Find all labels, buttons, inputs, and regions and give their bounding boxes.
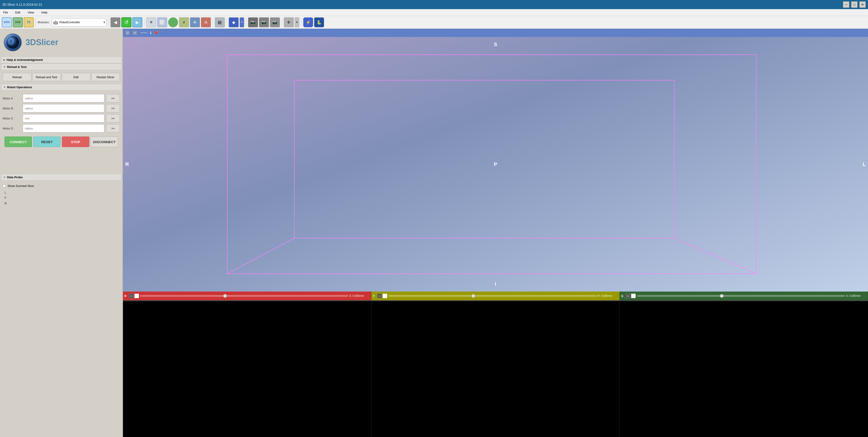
save-button[interactable]: 💾 bbox=[24, 17, 34, 27]
menu-help[interactable]: Help bbox=[40, 10, 49, 14]
slice-bar-y: Y ⇔ R: 0.000mm bbox=[371, 292, 620, 300]
list-view-btn[interactable]: ≡ bbox=[146, 17, 156, 27]
stop-button[interactable]: STOP bbox=[62, 137, 89, 147]
help-arrow-icon: ▶ bbox=[3, 59, 5, 61]
svg-rect-4 bbox=[294, 80, 674, 238]
camera2-btn[interactable]: 📷 bbox=[259, 17, 269, 27]
edit-button[interactable]: Edit bbox=[62, 73, 90, 81]
view-header-icon1[interactable]: ⊡ bbox=[125, 30, 130, 35]
probe-l: L bbox=[5, 190, 118, 195]
mini-panel-header-2 bbox=[371, 300, 620, 301]
motor-c-row: Motor C >> bbox=[3, 114, 120, 122]
minimize-button[interactable]: ─ bbox=[843, 1, 849, 8]
motor-d-button[interactable]: >> bbox=[106, 124, 120, 133]
reload-buttons-row: Reload Reload and Test Edit Restart Slic… bbox=[3, 73, 120, 81]
main-layout: 3DSlicer ▶ Help & Acknowledgement ▼ Relo… bbox=[0, 29, 868, 437]
crosshair-btn[interactable]: ✛ bbox=[190, 17, 200, 27]
window-controls: ─ □ ✕ bbox=[843, 1, 866, 8]
dcm-button[interactable]: DCM bbox=[13, 17, 23, 27]
data-probe-section-header[interactable]: ▼ Data Probe bbox=[1, 174, 122, 180]
python-btn[interactable]: 🐍 bbox=[314, 17, 324, 27]
motor-a-label: Motor A bbox=[3, 97, 21, 100]
motor-c-input[interactable] bbox=[23, 114, 104, 122]
motor-a-input[interactable] bbox=[23, 94, 104, 103]
crosshair2-btn[interactable]: ✛ bbox=[284, 17, 294, 27]
reload-section-header[interactable]: ▼ Reload & Test bbox=[1, 64, 122, 70]
show-zoomed-checkbox[interactable] bbox=[3, 184, 6, 187]
slice-y-slider[interactable] bbox=[388, 295, 596, 297]
restart-slicer-button[interactable]: Restart Slicer bbox=[91, 73, 120, 81]
slicer-logo-area: 3DSlicer bbox=[0, 29, 123, 56]
left-panel-content: ▶ Help & Acknowledgement ▼ Reload & Test… bbox=[0, 56, 123, 209]
reset-button[interactable]: RESET bbox=[33, 137, 61, 147]
crosshair2-arrow[interactable]: ▼ bbox=[295, 17, 299, 27]
motor-c-button[interactable]: >> bbox=[106, 114, 120, 122]
motor-a-button[interactable]: >> bbox=[106, 94, 120, 103]
reload-and-test-button[interactable]: Reload and Test bbox=[32, 73, 61, 81]
view-header-num: 1 bbox=[150, 31, 152, 35]
toolbar: DATA DCM 💾 Modules: 🤖 RobotController ▼ … bbox=[0, 16, 868, 29]
modules-dropdown-arrow: ▼ bbox=[103, 21, 105, 24]
viewport-3d: S I R L P bbox=[123, 37, 868, 292]
slice-r-slider[interactable] bbox=[140, 295, 348, 297]
spacer bbox=[1, 151, 122, 173]
slice-y-icon[interactable]: ⇔ bbox=[377, 294, 382, 298]
drop-btn[interactable]: ◆ bbox=[229, 17, 239, 27]
table-btn[interactable]: ▤ bbox=[215, 17, 225, 27]
help-section-header[interactable]: ▶ Help & Acknowledgement bbox=[1, 57, 122, 63]
close-button[interactable]: ✕ bbox=[859, 1, 866, 8]
svg-line-6 bbox=[674, 238, 756, 273]
disconnect-button[interactable]: DISCONNECT bbox=[91, 137, 118, 147]
cube-btn[interactable]: ⬜ bbox=[157, 17, 167, 27]
right-panel: ⊡ ✕ 1 📌 S I R L P bbox=[123, 29, 868, 437]
motor-c-label: Motor C bbox=[3, 117, 21, 120]
robot-section-header[interactable]: ▼ Robot Operations bbox=[1, 84, 122, 90]
motor-d-input[interactable] bbox=[23, 124, 104, 133]
reload-btn[interactable]: ↺ bbox=[121, 17, 131, 27]
grid-btn[interactable]: # bbox=[179, 17, 189, 27]
title-bar: 3D Slicer 4.11.0-2019-01-21 ─ □ ✕ bbox=[0, 0, 868, 9]
connect-button[interactable]: CONNECT bbox=[5, 137, 32, 147]
show-zoomed-label: Show Zoomed Slice bbox=[7, 184, 34, 187]
reload-section-content: Reload Reload and Test Edit Restart Slic… bbox=[1, 71, 122, 83]
robot-arrow-icon: ▼ bbox=[3, 86, 6, 88]
mini-panel-header-1 bbox=[123, 300, 371, 301]
data-button[interactable]: DATA bbox=[2, 17, 12, 27]
camera3-btn[interactable]: 📷 bbox=[270, 17, 280, 27]
svg-rect-3 bbox=[227, 55, 756, 274]
menu-file[interactable]: File bbox=[2, 10, 9, 14]
bottom-panels bbox=[123, 300, 868, 437]
slice-r-thumb bbox=[223, 294, 227, 298]
slicer-logo-text: 3DSlicer bbox=[26, 38, 58, 47]
reload-button[interactable]: Reload bbox=[3, 73, 31, 81]
data-probe-content: Show Zoomed Slice L F B bbox=[1, 181, 122, 209]
slice-g-thumb bbox=[720, 294, 723, 298]
menu-edit[interactable]: Edit bbox=[14, 10, 22, 14]
slice-r-square bbox=[134, 294, 139, 298]
slice-g-slider[interactable] bbox=[637, 295, 845, 297]
slicer-btn[interactable]: ⚡ bbox=[303, 17, 313, 27]
arrow-right-btn[interactable]: ▶ bbox=[132, 17, 142, 27]
slice-bar-r: R ⇔ S: 0.000mm bbox=[123, 292, 371, 300]
menu-bar: File Edit View Help bbox=[0, 9, 868, 16]
modules-dropdown[interactable]: 🤖 RobotController ▼ bbox=[52, 18, 106, 26]
scatter-btn[interactable]: ⁂ bbox=[201, 17, 211, 27]
reload-section-label: Reload & Test bbox=[7, 65, 27, 68]
separator-6 bbox=[246, 18, 246, 26]
slice-bar-g: G ⇔ A: 0.000mm bbox=[620, 292, 868, 300]
slice-g-icon[interactable]: ⇔ bbox=[626, 294, 630, 298]
menu-view[interactable]: View bbox=[26, 10, 35, 14]
camera-btn[interactable]: 📷 bbox=[248, 17, 258, 27]
probe-data: L F B bbox=[3, 189, 120, 207]
probe-f: F bbox=[5, 195, 118, 200]
arrow-left-btn[interactable]: ◀ bbox=[111, 17, 121, 27]
view-header-icon2[interactable]: ✕ bbox=[132, 30, 137, 35]
sphere-btn[interactable] bbox=[168, 17, 178, 27]
view-pin-icon: 📌 bbox=[154, 30, 158, 35]
drop-arrow[interactable]: ▼ bbox=[240, 17, 244, 27]
left-panel: 3DSlicer ▶ Help & Acknowledgement ▼ Relo… bbox=[0, 29, 123, 437]
maximize-button[interactable]: □ bbox=[851, 1, 858, 8]
slice-r-icon[interactable]: ⇔ bbox=[129, 294, 133, 298]
motor-b-button[interactable]: >> bbox=[106, 104, 120, 112]
motor-b-input[interactable] bbox=[23, 104, 104, 112]
